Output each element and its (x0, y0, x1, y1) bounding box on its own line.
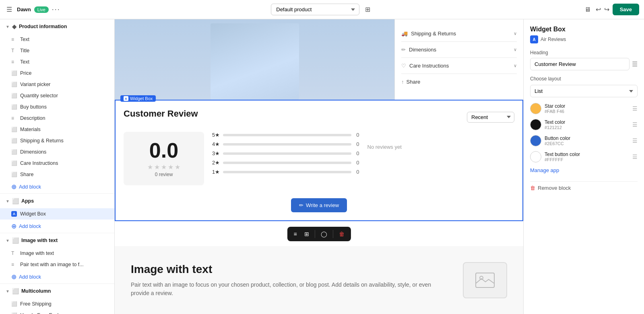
widget-box-section[interactable]: A Widget Box Customer Review Recent Olde… (115, 100, 523, 221)
sidebar-section-product-information: ▼ ◆ Product information ≡Text TTitle ≡Te… (0, 19, 114, 194)
sidebar-item-price[interactable]: ⬜Price (0, 68, 114, 79)
sidebar-toggle-button[interactable]: ☰ (5, 4, 14, 15)
sidebar-item-care-instructions[interactable]: ⬜Care Instructions (0, 158, 114, 169)
undo-button[interactable]: ↩ (596, 6, 601, 13)
review-header-row: Customer Review Recent Oldest Highest ra… (124, 109, 514, 125)
add-block-button-apps[interactable]: ⊕Add block (0, 220, 114, 233)
add-block-button-product[interactable]: ⊕Add block (0, 180, 114, 193)
write-review-button[interactable]: ✏ Write a review (291, 198, 347, 212)
sidebar-item-title[interactable]: TTitle (0, 45, 114, 56)
accordion-dimensions: ✏ Dimensions ∨ (401, 42, 517, 58)
sidebar-item-variant-picker[interactable]: ⬜Variant picker (0, 79, 114, 90)
product-info-panel: 🚚 Shipping & Returns ∨ ✏ Dimensions (394, 19, 523, 100)
sidebar-item-widget-box[interactable]: A Widget Box (0, 208, 114, 220)
sidebar-item-shipping-returns[interactable]: ⬜Shipping & Returns (0, 135, 114, 146)
rating-bars: 5★ 0 4★ 0 3★ (212, 132, 359, 185)
multicolumn-icon: ⬜ (12, 288, 19, 294)
rating-bar-bg-2 (223, 162, 351, 164)
rating-bar-bg-5 (223, 134, 351, 136)
rating-row-5: 5★ 0 (212, 132, 359, 138)
accordion-care: ♡ Care Instructions ∨ (401, 58, 517, 74)
live-badge: Live (34, 6, 49, 13)
star-color-stack-icon[interactable]: ☰ (632, 105, 638, 112)
heading-input[interactable] (530, 58, 630, 70)
toolbar-grid-button[interactable]: ⊞ (302, 229, 312, 239)
sidebar-item-pair-text[interactable]: ≡Pair text with an image to f... (0, 259, 114, 270)
button-color-stack-icon[interactable]: ☰ (632, 138, 638, 144)
canvas-content: 🚚 Shipping & Returns ∨ ✏ Dimensions (115, 19, 523, 314)
accordion-header-shipping[interactable]: 🚚 Shipping & Returns ∨ (401, 26, 517, 41)
sidebar-section-header-image-with-text[interactable]: ▼ ⬜ Image with text (0, 233, 114, 248)
toolbar-delete-button[interactable]: 🗑 (336, 229, 347, 239)
star-2: ★ (154, 163, 160, 171)
sidebar-item-hassle-free[interactable]: ⬜Hassle-Free Exchanges (0, 310, 114, 314)
sidebar-section-header-multicolumn[interactable]: ▼ ⬜ Multicolumn (0, 284, 114, 298)
sidebar-item-buy-buttons[interactable]: ⬜Buy buttons (0, 101, 114, 113)
sidebar-section-header-apps[interactable]: ▼ ⬜ Apps (0, 194, 114, 208)
topbar-left: ☰ Dawn Live ··· (5, 4, 60, 15)
rating-label-4: 4★ (212, 141, 220, 147)
diamond-icon: ◆ (12, 23, 17, 30)
section-label-apps: Apps (21, 198, 34, 204)
manage-app-link[interactable]: Manage app (530, 167, 638, 173)
widget-box-wrapper: A Widget Box Customer Review Recent Olde… (115, 100, 523, 222)
rating-row-4: 4★ 0 (212, 141, 359, 147)
save-button[interactable]: Save (613, 4, 639, 15)
sidebar-item-text-1[interactable]: ≡Text (0, 34, 114, 45)
text-color-swatch[interactable] (530, 119, 541, 130)
rating-label-2: 2★ (212, 160, 220, 166)
desktop-preview-button[interactable]: 🖥 (583, 4, 592, 15)
accordion-shipping-returns: 🚚 Shipping & Returns ∨ (401, 26, 517, 42)
more-options-button[interactable]: ··· (52, 5, 60, 14)
score-stars: ★ ★ ★ ★ ★ (147, 163, 180, 171)
review-score-box: 0.0 ★ ★ ★ ★ ★ 0 review (124, 132, 204, 185)
add-block-button-image[interactable]: ⊕Add block (0, 270, 114, 283)
sidebar-item-free-shipping[interactable]: ⬜Free Shipping (0, 298, 114, 310)
selection-mode-button[interactable]: ⊞ (363, 4, 372, 15)
product-select[interactable]: Default product Product 2 (271, 4, 359, 15)
plus-icon-3: ⊕ (11, 273, 17, 281)
sidebar-item-materials[interactable]: ⬜Materials (0, 124, 114, 135)
sidebar-item-dimensions[interactable]: ⬜Dimensions (0, 146, 114, 158)
star-color-swatch[interactable] (530, 103, 541, 114)
recent-select[interactable]: Recent Oldest Highest rated Lowest rated (467, 112, 514, 123)
heading-label: Heading (530, 50, 638, 55)
image-with-text-body: Pair text with an image to focus on your… (131, 281, 447, 298)
sidebar-item-description[interactable]: ≡Description (0, 113, 114, 124)
redo-button[interactable]: ↪ (604, 6, 609, 13)
text-color-stack-icon[interactable]: ☰ (632, 121, 638, 128)
section-label-multicolumn: Multicolumn (21, 288, 51, 294)
sidebar-item-quantity-selector[interactable]: ⬜Quantity selector (0, 90, 114, 101)
section-label-image-with-text: Image with text (21, 238, 58, 243)
sidebar-item-text-2[interactable]: ≡Text (0, 56, 114, 68)
accordion-header-dimensions[interactable]: ✏ Dimensions ∨ (401, 42, 517, 57)
share-row[interactable]: ↑ Share (401, 74, 517, 90)
sidebar-item-image-with-text[interactable]: TImage with text (0, 248, 114, 259)
share-arrow-icon: ↑ (401, 79, 404, 85)
rating-row-1: 1★ 0 (212, 169, 359, 175)
canvas: 🚚 Shipping & Returns ∨ ✏ Dimensions (115, 19, 523, 314)
text-button-color-info: Text button color #FFFFFF (545, 152, 580, 162)
button-color-swatch[interactable] (530, 135, 541, 146)
chevron-down-icon: ▼ (6, 25, 10, 29)
heading-stack-icon[interactable]: ☰ (632, 60, 638, 68)
text-button-color-stack-icon[interactable]: ☰ (632, 154, 638, 160)
sidebar-item-share[interactable]: ⬜Share (0, 169, 114, 180)
toolbar-list-button[interactable]: ≡ (291, 229, 299, 239)
color-row-text: Text color #121212 ☰ (530, 119, 638, 130)
plus-icon-2: ⊕ (11, 222, 17, 230)
star-color-left: Star color #FAB F46 (530, 103, 565, 114)
toolbar-visibility-button[interactable]: ◯ (318, 229, 330, 239)
rating-count-3: 0 (355, 150, 359, 156)
text-button-color-left: Text button color #FFFFFF (530, 151, 580, 162)
image-with-text-inner: Image with text Pair text with an image … (131, 262, 507, 298)
color-row-star: Star color #FAB F46 ☰ (530, 103, 638, 114)
text-button-color-swatch[interactable] (530, 151, 541, 162)
color-row-text-button: Text button color #FFFFFF ☰ (530, 151, 638, 162)
remove-block-button[interactable]: 🗑 Remove block (530, 181, 638, 194)
rating-row-2: 2★ 0 (212, 160, 359, 166)
accordion-header-care[interactable]: ♡ Care Instructions ∨ (401, 58, 517, 74)
svg-rect-0 (476, 273, 494, 287)
layout-select[interactable]: List Grid (530, 85, 638, 97)
sidebar-section-header-product-information[interactable]: ▼ ◆ Product information (0, 19, 114, 34)
